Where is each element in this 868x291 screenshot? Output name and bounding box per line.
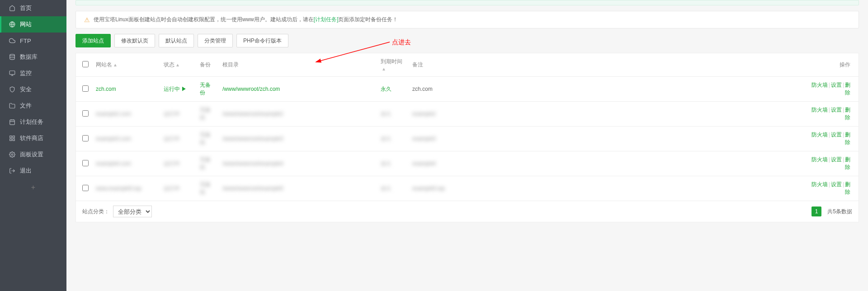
php-cli-version-button[interactable]: PHP命令行版本 — [236, 34, 288, 47]
svg-rect-5 — [13, 136, 14, 138]
row-checkbox[interactable] — [82, 160, 89, 166]
firewall-link[interactable]: 防火墙 — [811, 82, 828, 88]
info-link[interactable]: [计划任务] — [314, 16, 339, 23]
settings-link[interactable]: 设置 — [831, 131, 842, 138]
remark-text: example3 — [412, 136, 436, 142]
sidebar-item-shield[interactable]: 安全 — [0, 81, 66, 98]
sidebar-item-monitor[interactable]: 监控 — [0, 65, 66, 81]
svg-rect-4 — [10, 136, 12, 138]
remark-text: zch.com — [412, 86, 433, 92]
svg-rect-6 — [13, 139, 14, 141]
expire-text[interactable]: 永久 — [381, 185, 392, 192]
firewall-link[interactable]: 防火墙 — [811, 131, 828, 138]
default-site-button[interactable]: 默认站点 — [159, 34, 194, 47]
expire-text[interactable]: 永久 — [381, 111, 392, 117]
header-site-name[interactable]: 网站名▲ — [92, 53, 160, 77]
sidebar-item-label: 退出 — [20, 167, 32, 175]
select-all-checkbox[interactable] — [82, 61, 89, 67]
category-select[interactable]: 全部分类 — [113, 206, 152, 217]
site-name-link[interactable]: zch.com — [96, 86, 116, 92]
root-path-link[interactable]: /www/wwwroot/example3 — [222, 136, 283, 142]
site-name-link[interactable]: example2.com — [96, 111, 131, 117]
top-alert-bar — [75, 0, 859, 5]
firewall-link[interactable]: 防火墙 — [811, 181, 828, 188]
sidebar-item-database[interactable]: 数据库 — [0, 49, 66, 65]
backup-link[interactable]: 无备份 — [200, 107, 211, 121]
globe-icon — [9, 21, 15, 28]
sidebar-item-folder[interactable]: 文件 — [0, 98, 66, 114]
status-text[interactable]: 运行中 — [164, 136, 180, 142]
sort-arrow-icon: ▲ — [175, 62, 180, 67]
info-text-after: 页面添加定时备份任务！ — [338, 16, 398, 23]
settings-link[interactable]: 设置 — [831, 107, 842, 113]
delete-link[interactable]: 删除 — [845, 181, 850, 195]
site-name-link[interactable]: example3.com — [96, 136, 131, 142]
status-text[interactable]: 运行中 — [164, 111, 180, 117]
row-checkbox[interactable] — [82, 85, 89, 92]
firewall-link[interactable]: 防火墙 — [811, 156, 828, 163]
firewall-link[interactable]: 防火墙 — [811, 107, 828, 113]
category-label: 站点分类： — [82, 208, 109, 216]
settings-link[interactable]: 设置 — [831, 181, 842, 188]
root-path-link[interactable]: /www/wwwroot/zch.com — [222, 86, 280, 92]
backup-link[interactable]: 无备份 — [200, 131, 211, 146]
delete-link[interactable]: 删除 — [845, 107, 850, 121]
remark-text: example2 — [412, 111, 436, 117]
page-current[interactable]: 1 — [811, 207, 821, 216]
header-remark: 备注 — [409, 53, 804, 77]
delete-link[interactable]: 删除 — [845, 156, 850, 170]
settings-link[interactable]: 设置 — [831, 156, 842, 163]
info-text: 使用宝塔Linux面板创建站点时会自动创建权限配置，统一使用www用户。建站成功… — [94, 16, 398, 23]
add-site-button[interactable]: 添加站点 — [75, 34, 111, 47]
site-name-link[interactable]: www.example5.top — [96, 185, 142, 192]
cloud-icon — [9, 38, 15, 44]
sidebar-item-calendar[interactable]: 计划任务 — [0, 114, 66, 130]
status-text[interactable]: 运行中 ▶ — [164, 86, 187, 92]
sidebar-item-label: 首页 — [20, 4, 32, 12]
database-icon — [9, 54, 15, 60]
root-path-link[interactable]: /www/wwwroot/example5 — [222, 185, 283, 192]
header-expire[interactable]: 到期时间▲ — [377, 53, 409, 77]
header-status[interactable]: 状态▲ — [160, 53, 196, 77]
sidebar-item-exit[interactable]: 退出 — [0, 163, 66, 179]
svg-rect-3 — [10, 120, 15, 125]
calendar-icon — [9, 119, 15, 125]
sidebar-item-cloud[interactable]: FTP — [0, 33, 66, 49]
sidebar-item-home[interactable]: 首页 — [0, 0, 66, 16]
root-path-link[interactable]: /www/wwwroot/example4 — [222, 160, 283, 167]
category-manage-button[interactable]: 分类管理 — [198, 34, 233, 47]
svg-point-1 — [10, 54, 15, 56]
annotation-text: 点进去 — [392, 38, 411, 47]
delete-link[interactable]: 删除 — [845, 131, 850, 146]
site-name-link[interactable]: example4.com — [96, 160, 131, 167]
delete-link[interactable]: 删除 — [845, 82, 850, 96]
info-text-before: 使用宝塔Linux面板创建站点时会自动创建权限配置，统一使用www用户。建站成功… — [94, 16, 314, 23]
edit-default-page-button[interactable]: 修改默认页 — [114, 34, 155, 47]
expire-text[interactable]: 永久 — [381, 160, 392, 167]
row-ops: 防火墙|设置|删除 — [804, 127, 859, 151]
status-text[interactable]: 运行中 — [164, 185, 180, 192]
row-ops: 防火墙|设置|删除 — [804, 176, 859, 201]
status-text[interactable]: 运行中 — [164, 160, 180, 167]
backup-link[interactable]: 无备份 — [200, 82, 211, 96]
sort-arrow-icon: ▲ — [113, 62, 118, 67]
root-path-link[interactable]: /www/wwwroot/example2 — [222, 111, 283, 117]
sidebar-add-button[interactable]: + — [0, 179, 66, 196]
monitor-icon — [9, 70, 15, 76]
sidebar-item-app[interactable]: 软件商店 — [0, 130, 66, 146]
row-checkbox[interactable] — [82, 185, 89, 191]
sidebar-item-globe[interactable]: 网站 — [0, 16, 66, 33]
row-ops: 防火墙|设置|删除 — [804, 102, 859, 127]
row-checkbox[interactable] — [82, 135, 89, 141]
svg-rect-7 — [10, 139, 12, 141]
sidebar-item-gear[interactable]: 面板设置 — [0, 146, 66, 163]
sidebar-item-label: 网站 — [20, 20, 32, 28]
settings-link[interactable]: 设置 — [831, 82, 842, 88]
toolbar: 添加站点 修改默认页 默认站点 分类管理 PHP命令行版本 点进去 — [75, 34, 859, 47]
row-checkbox[interactable] — [82, 110, 89, 117]
expire-text[interactable]: 永久 — [381, 136, 392, 142]
table-header-row: 网站名▲ 状态▲ 备份 根目录 到期时间▲ 备注 操作 — [76, 53, 859, 77]
backup-link[interactable]: 无备份 — [200, 181, 211, 195]
expire-text[interactable]: 永久 — [381, 86, 392, 92]
backup-link[interactable]: 无备份 — [200, 156, 211, 170]
